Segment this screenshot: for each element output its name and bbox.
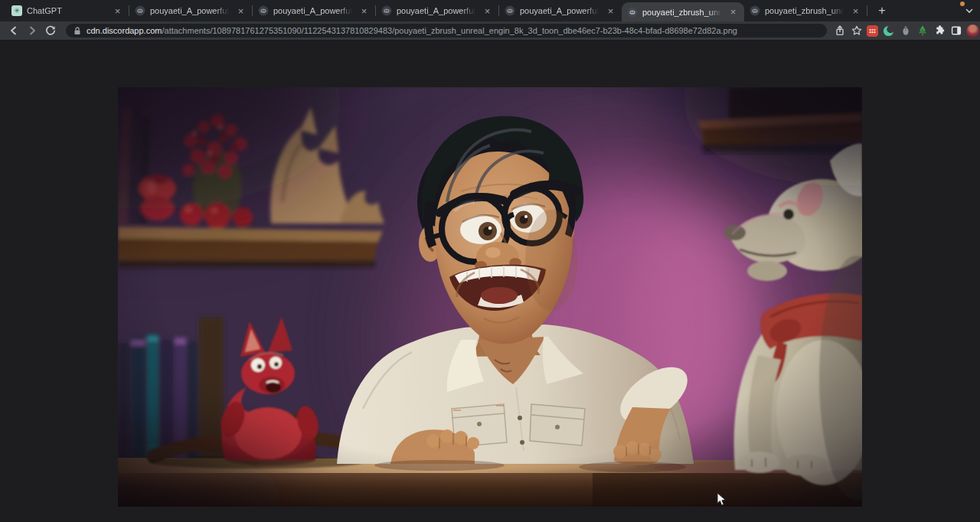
tab-title: ChatGPT bbox=[27, 6, 107, 15]
update-indicator-dot bbox=[960, 2, 965, 6]
profile-avatar[interactable] bbox=[966, 24, 979, 38]
tab-title: pouyaeti_zbrush_unreal_engin bbox=[765, 6, 845, 15]
tab-close-icon[interactable]: × bbox=[235, 5, 247, 17]
tab-strip-right bbox=[962, 0, 975, 21]
toolbar: cdn.discordapp.com/attachments/108978176… bbox=[0, 21, 980, 41]
mouse-extension-icon[interactable] bbox=[899, 24, 912, 38]
tab-title: pouyaeti_A_powerful_modern bbox=[397, 6, 477, 15]
tab-title: pouyaeti_zbrush_unreal_engin bbox=[642, 8, 723, 17]
discord-favicon-icon bbox=[627, 7, 638, 18]
discord-favicon-icon bbox=[381, 5, 392, 16]
tab-strip: ✳ ChatGPT × pouyaeti_A_powerful_modern ×… bbox=[0, 0, 980, 21]
lock-icon bbox=[73, 26, 82, 36]
url-path: /attachments/1089781761275351090/1122543… bbox=[162, 26, 737, 35]
dark-mode-moon-extension-icon[interactable] bbox=[882, 24, 895, 38]
tab-discord-5-active[interactable]: pouyaeti_zbrush_unreal_engin × bbox=[622, 2, 744, 21]
reload-button[interactable] bbox=[43, 23, 58, 38]
discord-favicon-icon bbox=[750, 5, 760, 16]
browser-window: ✳ ChatGPT × pouyaeti_A_powerful_modern ×… bbox=[0, 0, 980, 522]
tab-discord-6[interactable]: pouyaeti_zbrush_unreal_engin × bbox=[744, 0, 867, 21]
forward-button[interactable] bbox=[24, 23, 40, 38]
tab-title: pouyaeti_A_powerful_modern bbox=[273, 6, 354, 15]
tab-chatgpt[interactable]: ✳ ChatGPT × bbox=[6, 0, 129, 21]
extensions-puzzle-icon[interactable] bbox=[933, 24, 946, 38]
discord-favicon-icon bbox=[135, 5, 145, 16]
toolbar-actions bbox=[833, 24, 980, 38]
address-bar[interactable]: cdn.discordapp.com/attachments/108978176… bbox=[66, 24, 827, 38]
tab-title: pouyaeti_A_powerful_modern bbox=[150, 6, 230, 15]
tab-close-icon[interactable]: × bbox=[482, 5, 493, 17]
chatgpt-favicon-icon: ✳ bbox=[11, 5, 22, 16]
new-tab-button[interactable]: + bbox=[872, 1, 892, 21]
back-button[interactable] bbox=[6, 23, 21, 38]
url-domain: cdn.discordapp.com bbox=[87, 26, 162, 35]
page-content bbox=[0, 41, 980, 522]
vignette-overlay bbox=[118, 87, 862, 507]
tab-discord-4[interactable]: pouyaeti_A_powerful_modern × bbox=[499, 0, 622, 21]
url-text: cdn.discordapp.com/attachments/108978176… bbox=[87, 26, 737, 35]
extension-red-icon[interactable] bbox=[867, 25, 878, 37]
tab-close-icon[interactable]: × bbox=[727, 6, 739, 18]
discord-favicon-icon bbox=[505, 5, 515, 16]
tab-discord-3[interactable]: pouyaeti_A_powerful_modern × bbox=[376, 0, 498, 21]
discord-attachment-image[interactable] bbox=[118, 87, 862, 507]
tab-search-chevron-icon[interactable] bbox=[962, 5, 975, 18]
tab-discord-1[interactable]: pouyaeti_A_powerful_modern × bbox=[129, 0, 252, 21]
tab-title: pouyaeti_A_powerful_modern bbox=[520, 6, 600, 15]
discord-favicon-icon bbox=[258, 5, 269, 16]
tree-extension-icon[interactable] bbox=[916, 24, 929, 38]
tab-close-icon[interactable]: × bbox=[605, 5, 616, 17]
tab-close-icon[interactable]: × bbox=[112, 5, 123, 17]
tab-close-icon[interactable]: × bbox=[358, 5, 370, 17]
share-icon[interactable] bbox=[833, 24, 846, 38]
tab-divider bbox=[867, 5, 867, 16]
tab-discord-2[interactable]: pouyaeti_A_powerful_modern × bbox=[253, 0, 375, 21]
sidebar-toggle-icon[interactable] bbox=[949, 24, 962, 38]
tab-close-icon[interactable]: × bbox=[850, 5, 861, 17]
bookmark-star-icon[interactable] bbox=[850, 24, 863, 38]
